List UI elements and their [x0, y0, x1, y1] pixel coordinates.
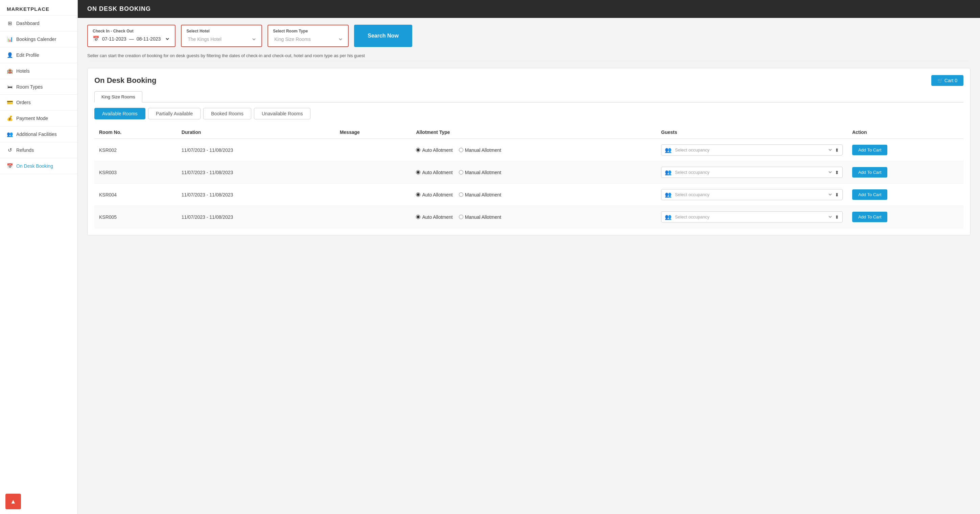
action-cell: Add To Cart — [848, 161, 963, 184]
booked-rooms-button[interactable]: Booked Rooms — [203, 108, 251, 119]
add-to-cart-button[interactable]: Add To Cart — [852, 167, 887, 178]
sidebar-label-room-types: Room Types — [16, 84, 43, 90]
date-picker-trigger[interactable]: ▾ — [163, 36, 170, 42]
manual-allotment-radio[interactable] — [459, 170, 463, 175]
auto-allotment-text: Auto Allotment — [422, 215, 452, 220]
occupancy-dropdown[interactable]: Select occupancy — [674, 192, 833, 197]
occupancy-dropdown[interactable]: Select occupancy — [674, 147, 833, 153]
auto-allotment-radio[interactable] — [416, 193, 420, 197]
availability-filter-buttons: Available Rooms Partially Available Book… — [94, 108, 963, 119]
booking-header: On Desk Booking 🛒 Cart 0 — [94, 75, 963, 86]
occupancy-select-wrapper[interactable]: 👥 Select occupancy ⬍ — [661, 212, 843, 223]
additional-facilities-icon: 👥 — [7, 131, 13, 137]
guests-cell[interactable]: 👥 Select occupancy ⬍ — [656, 161, 848, 184]
sidebar-item-on-desk-booking[interactable]: 📅 On Desk Booking — [0, 158, 78, 174]
auto-allotment-text: Auto Allotment — [422, 192, 452, 197]
add-to-cart-button[interactable]: Add To Cart — [852, 212, 887, 222]
hotels-icon: 🏨 — [7, 68, 13, 74]
col-action: Action — [848, 126, 963, 138]
guests-cell[interactable]: 👥 Select occupancy ⬍ — [656, 206, 848, 228]
table-header: Room No. Duration Message Allotment Type… — [94, 126, 963, 138]
room-type-label: Select Room Type — [273, 29, 343, 33]
payment-mode-icon: 💰 — [7, 115, 13, 121]
auto-allotment-label[interactable]: Auto Allotment — [416, 215, 452, 220]
occupancy-icon: 👥 — [665, 214, 671, 220]
manual-allotment-radio[interactable] — [459, 193, 463, 197]
manual-allotment-label[interactable]: Manual Allotment — [459, 170, 501, 175]
manual-allotment-radio[interactable] — [459, 215, 463, 219]
sidebar-item-room-types[interactable]: 🛏 Room Types — [0, 79, 78, 95]
manual-allotment-label[interactable]: Manual Allotment — [459, 192, 501, 197]
occupancy-select-wrapper[interactable]: 👥 Select occupancy ⬍ — [661, 145, 843, 156]
action-cell: Add To Cart — [848, 206, 963, 228]
allotment-type-cell: Auto Allotment Manual Allotment — [411, 184, 656, 206]
rooms-table: Room No. Duration Message Allotment Type… — [94, 126, 963, 228]
occupancy-icon: 👥 — [665, 191, 671, 198]
auto-allotment-label[interactable]: Auto Allotment — [416, 192, 452, 197]
content-area: Check In - Check Out 📅 07-11-2023 — 08-1… — [78, 18, 980, 514]
occupancy-select-wrapper[interactable]: 👥 Select occupancy ⬍ — [661, 189, 843, 200]
col-message: Message — [335, 126, 412, 138]
sidebar-item-payment-mode[interactable]: 💰 Payment Mode — [0, 111, 78, 126]
date-input-wrapper[interactable]: 📅 07-11-2023 — 08-11-2023 ▾ — [93, 35, 170, 42]
add-to-cart-button[interactable]: Add To Cart — [852, 189, 887, 200]
sidebar-item-additional-facilities[interactable]: 👥 Additional Facilities — [0, 126, 78, 142]
sidebar-label-edit-profile: Edit Profile — [16, 53, 39, 58]
page-title: ON DESK BOOKING — [87, 5, 151, 12]
room-type-select[interactable]: King Size Rooms — [273, 35, 343, 43]
auto-allotment-label[interactable]: Auto Allotment — [416, 148, 452, 153]
sidebar-item-hotels[interactable]: 🏨 Hotels — [0, 63, 78, 79]
room-no-cell: KSR005 — [94, 206, 177, 228]
filter-description: Seller can start the creation of booking… — [87, 50, 970, 61]
auto-allotment-radio[interactable] — [416, 170, 420, 175]
room-no-cell: KSR002 — [94, 138, 177, 161]
room-type-tabs: King Size Rooms — [94, 91, 963, 102]
checkin-value: 07-11-2023 — [102, 36, 126, 41]
sidebar-item-orders[interactable]: 💳 Orders — [0, 95, 78, 111]
duration-cell: 11/07/2023 - 11/08/2023 — [177, 161, 335, 184]
sidebar-item-bookings-calender[interactable]: 📊 Bookings Calender — [0, 32, 78, 47]
tab-king-size-rooms[interactable]: King Size Rooms — [94, 91, 142, 102]
available-rooms-button[interactable]: Available Rooms — [94, 108, 145, 119]
guests-cell[interactable]: 👥 Select occupancy ⬍ — [656, 184, 848, 206]
duration-cell: 11/07/2023 - 11/08/2023 — [177, 138, 335, 161]
allotment-type-cell: Auto Allotment Manual Allotment — [411, 138, 656, 161]
auto-allotment-text: Auto Allotment — [422, 148, 452, 153]
occupancy-icon: 👥 — [665, 147, 671, 153]
partially-available-button[interactable]: Partially Available — [148, 108, 200, 119]
manual-allotment-label[interactable]: Manual Allotment — [459, 215, 501, 220]
bookings-calender-icon: 📊 — [7, 36, 13, 42]
scroll-to-top-button[interactable]: ▲ — [5, 494, 21, 509]
sidebar-item-edit-profile[interactable]: 👤 Edit Profile — [0, 47, 78, 63]
col-guests: Guests — [656, 126, 848, 138]
occupancy-dropdown[interactable]: Select occupancy — [674, 214, 833, 220]
auto-allotment-text: Auto Allotment — [422, 170, 452, 175]
col-allotment-type: Allotment Type — [411, 126, 656, 138]
allotment-type-cell: Auto Allotment Manual Allotment — [411, 206, 656, 228]
occupancy-select-wrapper[interactable]: 👥 Select occupancy ⬍ — [661, 167, 843, 178]
auto-allotment-radio[interactable] — [416, 148, 420, 152]
add-to-cart-button[interactable]: Add To Cart — [852, 145, 887, 155]
sidebar-item-refunds[interactable]: ↺ Refunds — [0, 142, 78, 158]
manual-allotment-text: Manual Allotment — [465, 170, 501, 175]
occupancy-dropdown[interactable]: Select occupancy — [674, 169, 833, 175]
auto-allotment-radio[interactable] — [416, 215, 420, 219]
auto-allotment-label[interactable]: Auto Allotment — [416, 170, 452, 175]
search-now-button[interactable]: Search Now — [354, 25, 412, 47]
dashboard-icon: ⊞ — [7, 20, 13, 26]
sidebar-item-dashboard[interactable]: ⊞ Dashboard — [0, 16, 78, 32]
manual-allotment-text: Manual Allotment — [465, 215, 501, 220]
room-type-select-box: Select Room Type King Size Rooms — [267, 25, 348, 47]
cart-button[interactable]: 🛒 Cart 0 — [931, 75, 963, 86]
occupancy-chevron-icon: ⬍ — [835, 215, 839, 220]
checkin-checkout-box: Check In - Check Out 📅 07-11-2023 — 08-1… — [87, 25, 175, 47]
manual-allotment-radio[interactable] — [459, 148, 463, 152]
orders-icon: 💳 — [7, 99, 13, 105]
manual-allotment-label[interactable]: Manual Allotment — [459, 148, 501, 153]
sidebar-label-dashboard: Dashboard — [16, 21, 40, 26]
hotel-select[interactable]: The Kings Hotel — [186, 35, 257, 43]
unavailable-rooms-button[interactable]: Unavailable Rooms — [254, 108, 310, 119]
sidebar-label-on-desk-booking: On Desk Booking — [16, 163, 53, 169]
guests-cell[interactable]: 👥 Select occupancy ⬍ — [656, 138, 848, 161]
room-types-icon: 🛏 — [7, 84, 13, 90]
